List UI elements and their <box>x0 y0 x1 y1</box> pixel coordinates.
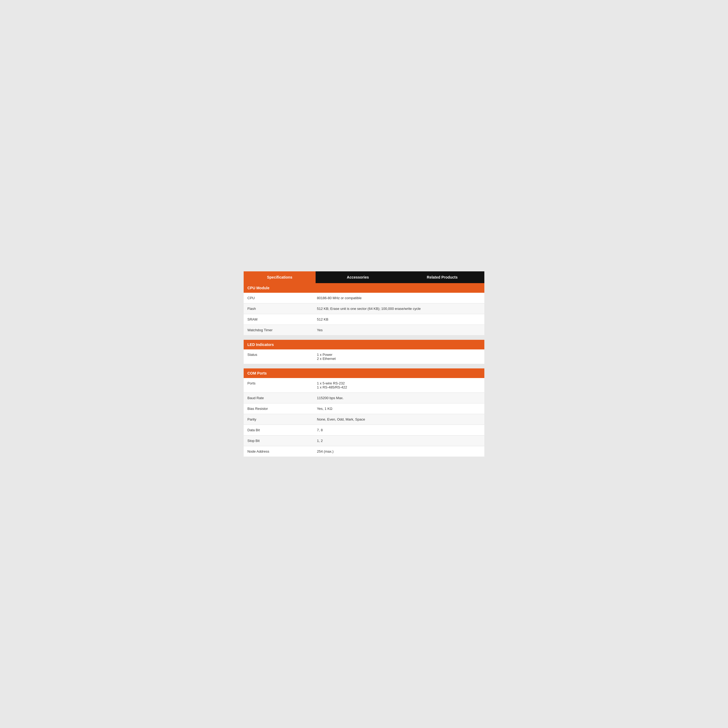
table-row: Ports1 x 5-wire RS-232 1 x RS-485/RS-422 <box>244 378 484 393</box>
spec-label: Ports <box>244 378 313 393</box>
spec-value: 80186-80 MHz or compatible <box>313 293 484 303</box>
section-header-1: LED Indicators <box>244 340 484 349</box>
spec-label: Flash <box>244 303 313 314</box>
spec-label: SRAM <box>244 314 313 324</box>
tab-specifications[interactable]: Specifications <box>244 271 316 283</box>
spec-value: 115200 bps Max. <box>313 393 484 403</box>
spec-label: Data Bit <box>244 425 313 435</box>
section-header-0: CPU Module <box>244 283 484 293</box>
tab-related-products[interactable]: Related Products <box>400 271 484 283</box>
table-row: SRAM512 KB <box>244 314 484 325</box>
section-spacer <box>244 335 484 340</box>
spec-value: Yes, 1 KΩ <box>313 404 484 414</box>
table-row: Flash512 KB; Erase unit is one sector (6… <box>244 303 484 314</box>
table-row: Baud Rate115200 bps Max. <box>244 393 484 404</box>
table-row: CPU80186-80 MHz or compatible <box>244 293 484 303</box>
spec-value: None, Even, Odd, Mark, Space <box>313 414 484 425</box>
spec-label: Baud Rate <box>244 393 313 403</box>
spec-value: 7, 8 <box>313 425 484 435</box>
table-row: Watchdog TimerYes <box>244 325 484 335</box>
spec-value: 254 (max.) <box>313 446 484 457</box>
spec-label: Node Address <box>244 446 313 457</box>
spec-value: 512 KB <box>313 314 484 324</box>
spec-value: 1 x 5-wire RS-232 1 x RS-485/RS-422 <box>313 378 484 393</box>
table-row: ParityNone, Even, Odd, Mark, Space <box>244 414 484 425</box>
table-row: Status1 x Power 2 x Ethernet <box>244 349 484 364</box>
spec-label: Status <box>244 349 313 364</box>
table-row: Data Bit7, 8 <box>244 425 484 436</box>
spec-label: Stop Bit <box>244 436 313 446</box>
section-header-2: COM Ports <box>244 369 484 378</box>
tabs-container: Specifications Accessories Related Produ… <box>244 271 484 283</box>
spec-label: Parity <box>244 414 313 425</box>
section-spacer <box>244 364 484 369</box>
spec-value: Yes <box>313 325 484 335</box>
page-wrapper: Specifications Accessories Related Produ… <box>244 271 484 457</box>
spec-value: 1, 2 <box>313 436 484 446</box>
tab-accessories[interactable]: Accessories <box>316 271 400 283</box>
spec-label: Bias Resistor <box>244 404 313 414</box>
spec-value: 1 x Power 2 x Ethernet <box>313 349 484 364</box>
table-row: Bias ResistorYes, 1 KΩ <box>244 404 484 414</box>
table-row: Stop Bit1, 2 <box>244 436 484 446</box>
table-row: Node Address254 (max.) <box>244 446 484 457</box>
spec-label: Watchdog Timer <box>244 325 313 335</box>
specifications-content: CPU ModuleCPU80186-80 MHz or compatibleF… <box>244 283 484 457</box>
spec-value: 512 KB; Erase unit is one sector (64 KB)… <box>313 303 484 314</box>
spec-label: CPU <box>244 293 313 303</box>
